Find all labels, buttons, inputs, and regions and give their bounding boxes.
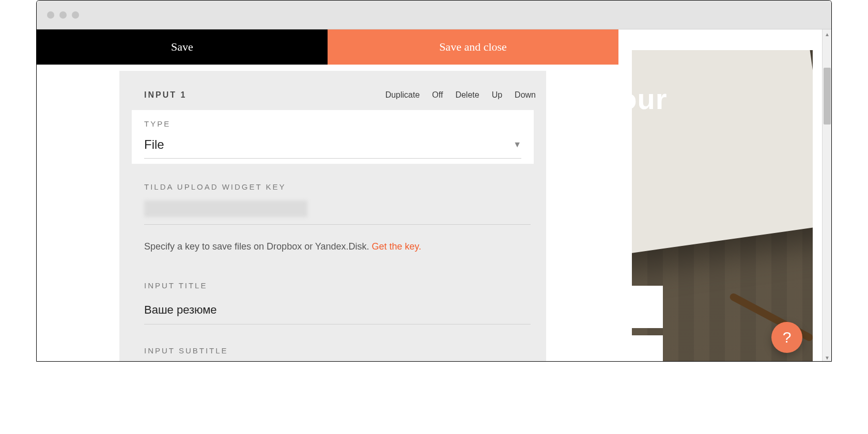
window-maximize-icon[interactable] xyxy=(72,11,79,19)
scrollbar-thumb[interactable] xyxy=(824,68,831,125)
viewport: ne of our ion ▲ ▼ Save Save and close IN… xyxy=(37,29,831,362)
type-card: TYPE File ▼ xyxy=(132,110,534,164)
scroll-up-icon[interactable]: ▲ xyxy=(823,29,831,39)
page-preview: ne of our ion xyxy=(632,50,813,362)
chevron-down-icon: ▼ xyxy=(513,140,521,149)
input-subtitle-label: INPUT SUBTITLE xyxy=(144,346,531,355)
widget-key-value-redacted xyxy=(144,200,307,217)
type-select[interactable]: File ▼ xyxy=(144,137,521,159)
window-close-icon[interactable] xyxy=(47,11,54,19)
up-action[interactable]: Up xyxy=(492,90,502,100)
window-minimize-icon[interactable] xyxy=(59,11,67,19)
type-value: File xyxy=(144,137,164,152)
widget-key-helper: Specify a key to save files on Dropbox o… xyxy=(144,241,531,252)
duplicate-action[interactable]: Duplicate xyxy=(385,90,420,100)
preview-form-field xyxy=(632,335,663,362)
delete-action[interactable]: Delete xyxy=(455,90,479,100)
vertical-scrollbar[interactable]: ▲ ▼ xyxy=(822,29,831,362)
help-button[interactable]: ? xyxy=(771,322,802,353)
input-title-label: INPUT TITLE xyxy=(144,281,531,290)
section-title: INPUT 1 xyxy=(144,90,187,100)
window-titlebar xyxy=(37,1,831,29)
save-and-close-button[interactable]: Save and close xyxy=(328,29,618,65)
widget-key-section: TILDA UPLOAD WIDGET KEY Specify a key to… xyxy=(119,164,546,252)
input-subtitle-section: INPUT SUBTITLE xyxy=(119,324,546,362)
down-action[interactable]: Down xyxy=(515,90,536,100)
editor-panel-container: INPUT 1 Duplicate Off Delete Up Down TYP… xyxy=(37,65,546,362)
input-title-field[interactable] xyxy=(144,299,531,324)
scroll-down-icon[interactable]: ▼ xyxy=(823,353,831,362)
input-section-header: INPUT 1 Duplicate Off Delete Up Down xyxy=(119,71,546,110)
get-key-link[interactable]: Get the key. xyxy=(372,241,422,252)
input-title-section: INPUT TITLE xyxy=(119,252,546,324)
editor-panel: INPUT 1 Duplicate Off Delete Up Down TYP… xyxy=(119,71,546,362)
save-button[interactable]: Save xyxy=(37,29,328,65)
widget-key-label: TILDA UPLOAD WIDGET KEY xyxy=(144,182,531,191)
off-action[interactable]: Off xyxy=(432,90,443,100)
type-label: TYPE xyxy=(144,119,521,128)
preview-headline: ne of our xyxy=(632,82,668,116)
preview-form-field xyxy=(632,286,663,328)
editor-topbar: Save Save and close xyxy=(37,29,618,65)
section-actions: Duplicate Off Delete Up Down xyxy=(385,90,536,100)
browser-window: ne of our ion ▲ ▼ Save Save and close IN… xyxy=(36,0,832,362)
